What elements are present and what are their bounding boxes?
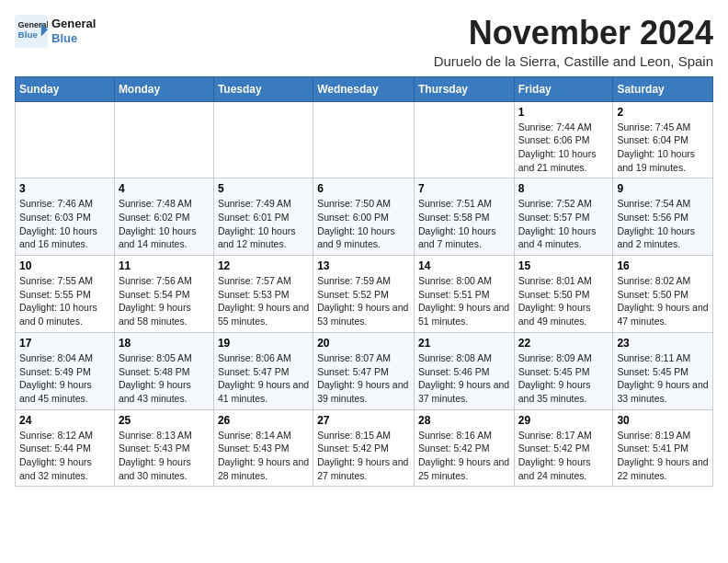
day-number: 19: [218, 337, 309, 350]
calendar-cell: 22Sunrise: 8:09 AM Sunset: 5:45 PM Dayli…: [514, 332, 613, 409]
calendar-week: 17Sunrise: 8:04 AM Sunset: 5:49 PM Dayli…: [16, 332, 713, 409]
weekday-header: Sunday: [16, 76, 115, 101]
calendar-cell: [114, 101, 213, 178]
day-number: 5: [218, 182, 309, 195]
day-number: 9: [617, 182, 709, 195]
calendar-cell: 25Sunrise: 8:13 AM Sunset: 5:43 PM Dayli…: [114, 409, 213, 487]
calendar-cell: [16, 101, 115, 178]
day-info: Sunrise: 7:54 AM Sunset: 5:56 PM Dayligh…: [617, 197, 709, 251]
day-number: 3: [19, 182, 110, 195]
day-number: 28: [418, 414, 510, 427]
weekday-header: Wednesday: [313, 76, 415, 101]
day-number: 15: [518, 259, 609, 272]
day-number: 14: [418, 259, 510, 272]
calendar-cell: 19Sunrise: 8:06 AM Sunset: 5:47 PM Dayli…: [213, 332, 313, 409]
day-info: Sunrise: 8:06 AM Sunset: 5:47 PM Dayligh…: [218, 351, 309, 406]
calendar-cell: 24Sunrise: 8:12 AM Sunset: 5:44 PM Dayli…: [16, 409, 115, 487]
day-number: 13: [317, 259, 410, 272]
day-number: 30: [617, 414, 709, 427]
day-info: Sunrise: 8:05 AM Sunset: 5:48 PM Dayligh…: [119, 351, 210, 406]
calendar-cell: 29Sunrise: 8:17 AM Sunset: 5:42 PM Dayli…: [514, 409, 613, 487]
day-info: Sunrise: 8:14 AM Sunset: 5:43 PM Dayligh…: [218, 429, 309, 483]
day-number: 25: [119, 414, 210, 427]
calendar-cell: 26Sunrise: 8:14 AM Sunset: 5:43 PM Dayli…: [213, 409, 313, 487]
day-number: 10: [19, 259, 110, 272]
day-info: Sunrise: 8:15 AM Sunset: 5:42 PM Dayligh…: [317, 429, 410, 483]
day-number: 2: [617, 106, 709, 119]
calendar-body: 1Sunrise: 7:44 AM Sunset: 6:06 PM Daylig…: [16, 101, 713, 487]
day-number: 21: [418, 337, 510, 350]
calendar-cell: 6Sunrise: 7:50 AM Sunset: 6:00 PM Daylig…: [313, 178, 415, 256]
day-number: 7: [418, 182, 510, 195]
day-info: Sunrise: 8:16 AM Sunset: 5:42 PM Dayligh…: [418, 429, 510, 483]
day-info: Sunrise: 8:13 AM Sunset: 5:43 PM Dayligh…: [119, 429, 210, 483]
calendar-cell: 5Sunrise: 7:49 AM Sunset: 6:01 PM Daylig…: [213, 178, 313, 256]
calendar-cell: 1Sunrise: 7:44 AM Sunset: 6:06 PM Daylig…: [514, 101, 613, 178]
calendar-week: 10Sunrise: 7:55 AM Sunset: 5:55 PM Dayli…: [16, 256, 713, 333]
calendar-cell: 12Sunrise: 7:57 AM Sunset: 5:53 PM Dayli…: [213, 256, 313, 333]
day-info: Sunrise: 7:50 AM Sunset: 6:00 PM Dayligh…: [317, 197, 410, 251]
calendar-cell: 30Sunrise: 8:19 AM Sunset: 5:41 PM Dayli…: [613, 409, 713, 487]
weekday-header: Friday: [514, 76, 613, 101]
calendar-cell: [414, 101, 514, 178]
weekday-header: Tuesday: [213, 76, 313, 101]
calendar-cell: 20Sunrise: 8:07 AM Sunset: 5:47 PM Dayli…: [313, 332, 415, 409]
location-subtitle: Duruelo de la Sierra, Castille and Leon,…: [434, 53, 713, 69]
weekday-header: Thursday: [414, 76, 514, 101]
calendar-week: 24Sunrise: 8:12 AM Sunset: 5:44 PM Dayli…: [16, 409, 713, 487]
calendar-cell: 8Sunrise: 7:52 AM Sunset: 5:57 PM Daylig…: [514, 178, 613, 256]
day-info: Sunrise: 8:08 AM Sunset: 5:46 PM Dayligh…: [418, 351, 510, 406]
day-info: Sunrise: 7:56 AM Sunset: 5:54 PM Dayligh…: [119, 274, 210, 328]
weekday-header: Saturday: [613, 76, 713, 101]
logo: General Blue General Blue: [15, 15, 96, 48]
calendar-cell: 11Sunrise: 7:56 AM Sunset: 5:54 PM Dayli…: [114, 256, 213, 333]
day-number: 6: [317, 182, 410, 195]
calendar-cell: [313, 101, 415, 178]
day-info: Sunrise: 7:52 AM Sunset: 5:57 PM Dayligh…: [518, 197, 609, 251]
day-info: Sunrise: 7:55 AM Sunset: 5:55 PM Dayligh…: [19, 274, 110, 328]
day-info: Sunrise: 8:12 AM Sunset: 5:44 PM Dayligh…: [19, 429, 110, 483]
logo-text: General Blue: [51, 17, 96, 45]
day-info: Sunrise: 8:00 AM Sunset: 5:51 PM Dayligh…: [418, 274, 510, 328]
day-info: Sunrise: 8:17 AM Sunset: 5:42 PM Dayligh…: [518, 429, 609, 483]
calendar-cell: 4Sunrise: 7:48 AM Sunset: 6:02 PM Daylig…: [114, 178, 213, 256]
calendar-cell: 17Sunrise: 8:04 AM Sunset: 5:49 PM Dayli…: [16, 332, 115, 409]
day-number: 18: [119, 337, 210, 350]
calendar-cell: 9Sunrise: 7:54 AM Sunset: 5:56 PM Daylig…: [613, 178, 713, 256]
day-info: Sunrise: 7:44 AM Sunset: 6:06 PM Dayligh…: [518, 121, 609, 175]
calendar-cell: 16Sunrise: 8:02 AM Sunset: 5:50 PM Dayli…: [613, 256, 713, 333]
month-title: November 2024: [434, 15, 713, 52]
day-number: 23: [617, 337, 709, 350]
svg-text:Blue: Blue: [18, 29, 39, 40]
page-header: General Blue General Blue November 2024 …: [15, 15, 713, 69]
calendar-cell: 15Sunrise: 8:01 AM Sunset: 5:50 PM Dayli…: [514, 256, 613, 333]
calendar-cell: 21Sunrise: 8:08 AM Sunset: 5:46 PM Dayli…: [414, 332, 514, 409]
logo-icon: General Blue: [15, 15, 48, 48]
calendar-cell: 23Sunrise: 8:11 AM Sunset: 5:45 PM Dayli…: [613, 332, 713, 409]
calendar-cell: [213, 101, 313, 178]
day-number: 22: [518, 337, 609, 350]
day-number: 29: [518, 414, 609, 427]
day-number: 24: [19, 414, 110, 427]
day-number: 1: [518, 106, 609, 119]
day-number: 20: [317, 337, 410, 350]
day-info: Sunrise: 8:11 AM Sunset: 5:45 PM Dayligh…: [617, 351, 709, 406]
weekday-header: Monday: [114, 76, 213, 101]
calendar-cell: 3Sunrise: 7:46 AM Sunset: 6:03 PM Daylig…: [16, 178, 115, 256]
day-number: 12: [218, 259, 309, 272]
calendar-cell: 10Sunrise: 7:55 AM Sunset: 5:55 PM Dayli…: [16, 256, 115, 333]
calendar-cell: 28Sunrise: 8:16 AM Sunset: 5:42 PM Dayli…: [414, 409, 514, 487]
day-info: Sunrise: 7:46 AM Sunset: 6:03 PM Dayligh…: [19, 197, 110, 251]
day-info: Sunrise: 7:49 AM Sunset: 6:01 PM Dayligh…: [218, 197, 309, 251]
day-info: Sunrise: 7:59 AM Sunset: 5:52 PM Dayligh…: [317, 274, 410, 328]
day-info: Sunrise: 7:57 AM Sunset: 5:53 PM Dayligh…: [218, 274, 309, 328]
day-info: Sunrise: 8:04 AM Sunset: 5:49 PM Dayligh…: [19, 351, 110, 406]
title-block: November 2024 Duruelo de la Sierra, Cast…: [434, 15, 713, 69]
day-number: 16: [617, 259, 709, 272]
day-number: 8: [518, 182, 609, 195]
day-info: Sunrise: 7:51 AM Sunset: 5:58 PM Dayligh…: [418, 197, 510, 251]
day-info: Sunrise: 7:45 AM Sunset: 6:04 PM Dayligh…: [617, 121, 709, 175]
day-number: 11: [119, 259, 210, 272]
calendar-cell: 7Sunrise: 7:51 AM Sunset: 5:58 PM Daylig…: [414, 178, 514, 256]
day-info: Sunrise: 7:48 AM Sunset: 6:02 PM Dayligh…: [119, 197, 210, 251]
